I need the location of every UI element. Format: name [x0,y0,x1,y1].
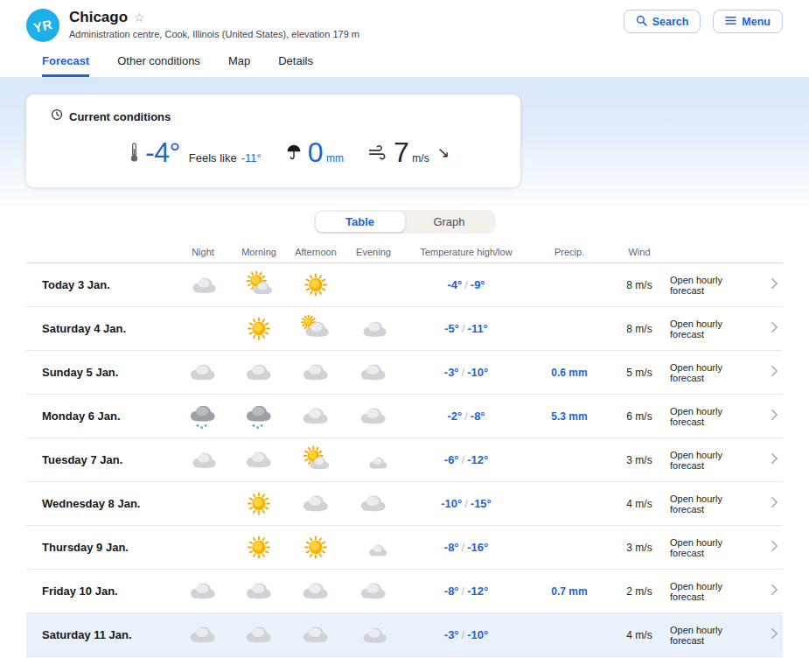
afternoon-weather-icon [287,314,345,343]
toggle-table-button[interactable]: Table [316,212,405,232]
forecast-day-label: Sunday 5 Jan. [26,366,175,379]
night-weather-icon [175,358,231,387]
partly-cloudy-night-icon [356,314,391,343]
location-subtitle: Administration centre, Cook, Illinois (U… [69,29,624,39]
afternoon-weather-icon [287,620,345,649]
column-temperature: Temperature high/low [402,247,530,257]
favorite-star-icon[interactable]: ☆ [134,11,145,24]
cloudy-icon [241,577,276,606]
current-precipitation: 0 mm [286,136,344,169]
tab-forecast[interactable]: Forecast [42,54,89,77]
open-hourly-forecast-link[interactable]: Open hourly forecast [670,581,783,602]
cloudy-icon [356,358,391,387]
chevron-right-icon [771,496,778,512]
hero-section: Current conditions -4° Feels like -11° 0… [0,77,809,220]
evening-weather-icon [345,314,402,343]
wind-direction-arrow: ↘ [437,144,450,161]
evening-weather-icon [345,577,402,606]
forecast-day-label: Tuesday 7 Jan. [26,453,175,466]
cloudy-icon [298,577,333,606]
clear-night-icon [185,314,220,343]
column-evening: Evening [345,247,402,257]
current-temperature: -4° Feels like -11° [129,136,262,169]
partly-cloudy-day-icon [298,445,333,474]
search-icon [636,15,647,29]
wind-icon [368,143,387,162]
tab-details[interactable]: Details [278,54,313,77]
chevron-right-icon [771,584,778,599]
feels-like-label: Feels like [189,151,237,164]
open-hourly-forecast-link[interactable]: Open hourly forecast [670,537,783,558]
forecast-row[interactable]: Sunday 5 Jan. -3°/-10° 0.6 mm 5 m/s Open… [26,351,783,395]
clear-day-icon [298,270,333,299]
forecast-row[interactable]: Saturday 4 Jan. -5°/-11° 8 m/s Open hour… [26,307,783,351]
tab-other-conditions[interactable]: Other conditions [117,54,200,77]
forecast-table: Night Morning Afternoon Evening Temperat… [26,246,783,657]
forecast-day-label: Saturday 4 Jan. [26,322,175,335]
open-hourly-forecast-link[interactable]: Open hourly forecast [670,275,783,296]
temperature-value: -4° [145,136,180,169]
evening-weather-icon [345,402,402,430]
tab-map[interactable]: Map [228,54,250,77]
cloudy-icon [298,489,333,518]
temperature-high-low: -3°/-10° [402,366,530,379]
temperature-high-low: -5°/-11° [402,322,530,335]
forecast-row[interactable]: Tuesday 7 Jan. -6°/-12° 3 m/s Open hourl… [26,438,783,482]
yr-logo[interactable]: YR [26,9,59,42]
clear-day-icon [298,533,333,562]
morning-weather-icon [231,577,287,606]
cloudy-icon [241,358,276,387]
thermometer-icon [129,142,139,163]
morning-weather-icon [231,358,287,387]
wind-cell: 8 m/s [609,279,670,291]
cloudy-icon [298,358,333,387]
forecast-row[interactable]: Wednesday 8 Jan. -10°/-15° 4 m/s Open ho… [26,482,783,526]
cloudy-icon [356,402,391,430]
cloudy-icon [241,620,276,649]
morning-weather-icon [231,533,287,562]
clear-night-icon [356,270,391,299]
forecast-row[interactable]: Monday 6 Jan. -2°/-8° 5.3 mm 6 m/s Open … [26,395,783,438]
night-weather-icon [175,314,231,343]
cloudy-icon [356,577,391,606]
evening-weather-icon [345,445,402,474]
temperature-high-low: -6°/-12° [402,453,530,466]
page-title: Chicago [69,9,128,26]
toggle-graph-button[interactable]: Graph [405,212,494,232]
forecast-row[interactable]: Today 3 Jan. -4°/-9° 8 m/s Open hourly f… [26,263,783,307]
morning-weather-icon [231,620,287,649]
wind-cell: 3 m/s [609,542,670,554]
night-weather-icon [175,533,231,562]
light-sleet-icon [185,402,220,430]
search-button[interactable]: Search [624,10,701,33]
open-hourly-forecast-link[interactable]: Open hourly forecast [670,450,783,471]
clear-day-icon [241,533,276,562]
main-nav: Forecast Other conditions Map Details [0,49,809,77]
menu-button[interactable]: Menu [713,10,783,33]
afternoon-weather-icon [287,533,345,562]
night-weather-icon [175,489,231,518]
afternoon-weather-icon [287,402,345,430]
clear-night-icon [62,135,104,170]
evening-weather-icon [345,620,402,649]
open-hourly-forecast-link[interactable]: Open hourly forecast [670,625,783,646]
open-hourly-forecast-link[interactable]: Open hourly forecast [670,494,783,514]
partly-cloudy-night-icon [185,445,220,474]
forecast-day-label: Saturday 11 Jan. [26,628,175,641]
column-morning: Morning [231,247,287,257]
column-night: Night [175,247,231,257]
wind-cell: 3 m/s [609,454,670,466]
forecast-day-label: Thursday 9 Jan. [26,541,175,554]
forecast-row[interactable]: Thursday 9 Jan. -8°/-16° 3 m/s Open hour… [26,526,783,570]
forecast-row[interactable]: Friday 10 Jan. -8°/-12° 0.7 mm 2 m/s Ope… [26,570,783,613]
forecast-day-label: Wednesday 8 Jan. [26,497,175,510]
forecast-table-header: Night Morning Afternoon Evening Temperat… [26,246,783,263]
partly-cloudy-night-icon [185,270,220,299]
open-hourly-forecast-link[interactable]: Open hourly forecast [670,406,783,427]
open-hourly-forecast-link[interactable]: Open hourly forecast [670,318,783,340]
wind-cell: 8 m/s [609,323,670,335]
open-hourly-forecast-link[interactable]: Open hourly forecast [670,362,783,383]
cloudy-icon [241,445,276,474]
partly-cloudy-day-icon [241,270,276,299]
forecast-row[interactable]: Saturday 11 Jan. -3°/-10° 4 m/s Open hou… [26,613,783,657]
